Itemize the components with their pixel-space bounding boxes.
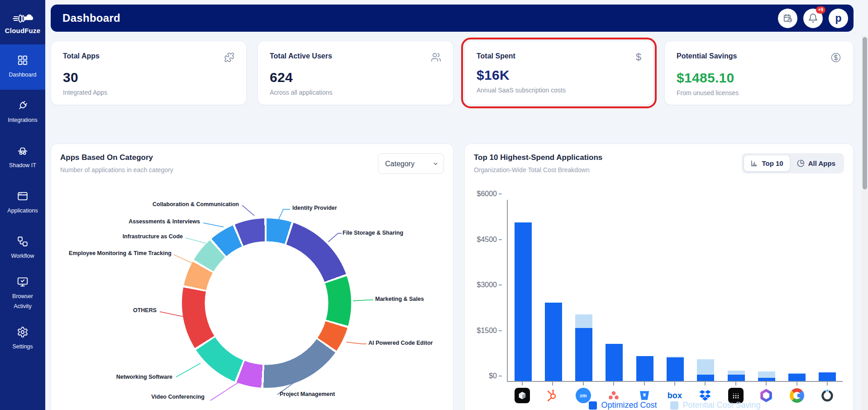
sidebar-item-dashboard[interactable]: Dashboard — [0, 44, 45, 90]
stat-subtitle: Annual SaaS subscription costs — [477, 87, 641, 94]
sidebar-item-label: Shadow IT — [3, 161, 43, 170]
stat-title: Total Spent — [477, 52, 515, 60]
legend-swatch-optimized — [589, 401, 597, 410]
bar-hubspot — [545, 303, 562, 381]
bar-cube-app — [515, 222, 532, 381]
stat-card-total-spent: Total Spent $ $16K Annual SaaS subscript… — [464, 41, 653, 105]
bar-saving-segment — [697, 359, 714, 375]
browser-window-icon — [17, 190, 29, 202]
donut-label-collaboration-communication: Collaboration & Communication — [153, 201, 239, 207]
bar-chart-icon — [750, 159, 758, 167]
notification-badge: +9 — [816, 6, 825, 14]
legend-label: Optimized Cost — [601, 400, 657, 410]
incognito-icon — [17, 145, 29, 157]
sidebar-item-integrations[interactable]: Integrations — [0, 90, 45, 135]
monitor-check-icon — [17, 276, 29, 288]
calendar-button[interactable] — [778, 9, 797, 28]
y-tick: $0 — [465, 372, 502, 380]
donut-label-networking-software: Networking Software — [116, 374, 172, 380]
y-tick: $1500 — [465, 327, 502, 335]
stat-subtitle: From unused licenses — [677, 89, 841, 96]
sidebar-item-shadow-it[interactable]: Shadow IT — [0, 135, 45, 180]
bar-bitbucket — [636, 356, 653, 381]
bar-asana — [606, 344, 623, 381]
toggle-top10-button[interactable]: Top 10 — [744, 155, 789, 171]
cloudfuze-logo-icon — [12, 10, 33, 26]
plug-icon — [17, 100, 29, 111]
bell-icon — [808, 13, 818, 24]
stat-value: $16K — [477, 68, 641, 83]
bar-optimized-segment — [667, 357, 684, 381]
toggle-label: All Apps — [808, 159, 835, 167]
brand-logo: CloudFuze — [0, 0, 45, 44]
stat-value: $1485.10 — [677, 70, 841, 86]
toggle-label: Top 10 — [762, 159, 783, 167]
category-select[interactable]: Category — [378, 153, 444, 174]
y-tick: $6000 — [465, 190, 502, 198]
donut-label-video-conferencing: Video Conferencing — [151, 394, 205, 400]
sidebar-item-label: Dashboard — [3, 70, 43, 80]
top-header-bar: Dashboard +9 p — [51, 5, 854, 32]
sidebar: CloudFuze Dashboard Integrations Shadow … — [0, 0, 45, 410]
donut-label-others: OTHERS — [133, 307, 157, 314]
top-spend-card: Top 10 Highest-Spend Applications Organi… — [464, 144, 854, 410]
bar-saving-segment — [575, 314, 592, 328]
bar-b-ring-app — [819, 372, 836, 381]
stat-title: Total Active Users — [270, 52, 332, 60]
category-donut-chart — [182, 218, 351, 388]
donut-label-file-storage: File Storage & Sharing — [343, 230, 403, 236]
brand-name: CloudFuze — [5, 27, 40, 34]
avatar-initial: p — [835, 12, 841, 24]
legend-label: Potential Cost Saving — [682, 400, 760, 410]
stat-value: 624 — [270, 70, 441, 85]
bar-optimized-segment — [788, 374, 806, 381]
stat-subtitle: Across all applications — [270, 89, 441, 96]
bar-optimized-segment — [545, 303, 562, 381]
donut-card-title: Apps Based On Category — [60, 153, 173, 162]
apps-by-category-card: Apps Based On Category Number of applica… — [51, 144, 453, 410]
y-tick: $4500 — [465, 236, 502, 244]
dashboard-grid-icon — [17, 54, 29, 66]
bar-optimized-segment — [697, 375, 714, 381]
sidebar-item-applications[interactable]: Applications — [0, 180, 45, 226]
stat-card-total-apps: Total Apps 30 Integrated Apps — [51, 41, 247, 105]
stat-subtitle: Integrated Apps — [63, 89, 234, 96]
sidebar-item-label: Browser Activity — [3, 292, 43, 311]
stat-card-potential-savings: Potential Savings $1485.10 From unused l… — [664, 41, 854, 105]
sidebar-item-label: Integrations — [3, 116, 43, 125]
bar-saving-segment — [728, 371, 745, 375]
pie-chart-icon — [797, 159, 805, 167]
y-tick: $3000 — [465, 281, 502, 289]
chart-view-toggle: Top 10 All Apps — [742, 153, 844, 174]
bar-optimized-segment — [515, 222, 532, 381]
sidebar-item-browser-activity[interactable]: Browser Activity — [0, 271, 45, 316]
bar-saving-segment — [758, 371, 775, 377]
puzzle-icon — [224, 52, 234, 64]
stat-card-active-users: Total Active Users 624 Across all applic… — [258, 41, 453, 105]
donut-label-identity-provider: Identity Provider — [292, 205, 337, 211]
spend-bar-chart — [507, 200, 843, 382]
donut-hole — [205, 241, 328, 365]
legend-swatch-saving — [670, 401, 678, 410]
bar-dropbox — [697, 359, 714, 381]
page-scrollbar-thumb[interactable] — [863, 37, 867, 189]
bar-optimized-segment — [636, 356, 653, 381]
dollar-circle-icon — [830, 52, 841, 65]
page-scrollbar-track[interactable] — [862, 35, 868, 410]
stat-cards-row: Total Apps 30 Integrated Apps Total Acti… — [51, 41, 854, 105]
dollar-icon: $ — [636, 52, 641, 62]
bar-zoom — [575, 314, 592, 381]
bar-microsoft-365 — [758, 371, 775, 381]
bar-optimized-segment — [575, 328, 592, 381]
page-title: Dashboard — [62, 12, 120, 24]
bar-grid-dots-app — [728, 371, 745, 381]
sidebar-item-workflow[interactable]: Workflow — [0, 226, 45, 271]
avatar[interactable]: p — [829, 9, 848, 28]
workflow-nodes-icon — [17, 236, 29, 247]
toggle-all-apps-button[interactable]: All Apps — [791, 155, 842, 171]
bar-optimized-segment — [819, 372, 836, 381]
sidebar-item-settings[interactable]: Settings — [0, 316, 45, 362]
notifications-button[interactable]: +9 — [803, 9, 823, 28]
sidebar-item-label: Workflow — [3, 251, 43, 261]
sidebar-item-label: Settings — [3, 342, 43, 352]
